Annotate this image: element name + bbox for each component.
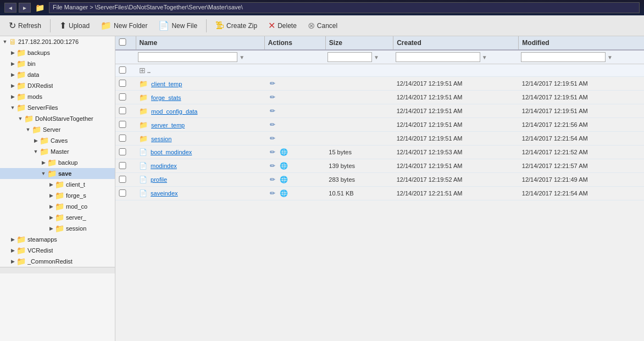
refresh-button[interactable]: ↻ Refresh — [4, 18, 46, 33]
edit-action-icon[interactable]: ✏ — [268, 188, 277, 198]
sidebar: ▼ 🖥 217.182.201.200:1276 ▶ 📁 backups ▶ 📁… — [0, 36, 115, 341]
row-checkbox[interactable] — [119, 176, 126, 183]
table-row[interactable]: 📁 client_temp ✏ 12/14/2017 12:19:51 AM 1… — [115, 77, 644, 91]
row-checkbox[interactable] — [119, 121, 126, 128]
name-filter-input[interactable] — [138, 52, 237, 62]
table-row[interactable]: 📄 boot_modindex ✏ 🌐 15 bytes 12/14/2017 … — [115, 146, 644, 159]
file-modified: 12/14/2017 12:19:51 AM — [519, 91, 644, 104]
file-created: 12/14/2017 12:19:51 AM — [393, 77, 519, 91]
toggle-dxredist: ▶ — [9, 82, 16, 90]
new-folder-icon: 📁 — [101, 20, 112, 31]
sidebar-item-bin[interactable]: ▶ 📁 bin — [0, 58, 115, 69]
title-bar: ◄ ► 📁 File Manager > \ServerFiles\DoNotS… — [0, 0, 644, 15]
file-icon: 📄 — [139, 189, 147, 197]
toggle-server-sub: ▶ — [47, 214, 55, 221]
sidebar-item-vcredist[interactable]: ▶ 📁 VCRedist — [0, 245, 115, 256]
nav-forward-button[interactable]: ► — [19, 3, 31, 13]
edit-action-icon[interactable]: ✏ — [268, 106, 277, 116]
row-checkbox[interactable] — [119, 135, 126, 142]
sidebar-item-caves[interactable]: ▶ 📁 Caves — [0, 135, 115, 146]
serverfiles-label: ServerFiles — [27, 104, 58, 111]
file-modified: 12/14/2017 12:21:52 AM — [519, 146, 644, 159]
mod-co-label: mod_co — [66, 203, 87, 210]
toolbar: ↻ Refresh ⬆ Upload 📁 New Folder 📄 New Fi… — [0, 15, 644, 36]
globe-action-icon[interactable]: 🌐 — [279, 175, 288, 185]
table-row[interactable]: 📄 modindex ✏ 🌐 139 bytes 12/14/2017 12:1… — [115, 159, 644, 173]
file-table-wrapper[interactable]: Name Actions Size Created Modified — [115, 36, 644, 341]
row-checkbox[interactable] — [119, 148, 126, 155]
edit-action-icon[interactable]: ✏ — [268, 79, 277, 88]
file-name-link[interactable]: profile — [151, 176, 167, 183]
table-row[interactable]: 📁 session ✏ 12/14/2017 12:19:51 AM 12/14… — [115, 132, 644, 146]
toggle-forge-s: ▶ — [47, 192, 55, 199]
file-name-link[interactable]: server_temp — [151, 122, 185, 128]
modified-filter-input[interactable] — [521, 52, 606, 62]
file-size — [325, 77, 393, 91]
sidebar-item-commonredist[interactable]: ▶ 📁 _CommonRedist — [0, 256, 115, 267]
sidebar-item-mods[interactable]: ▶ 📁 mods — [0, 91, 115, 102]
sidebar-item-backup[interactable]: ▶ 📁 backup — [0, 157, 115, 168]
sidebar-item-dxredist[interactable]: ▶ 📁 DXRedist — [0, 80, 115, 91]
sidebar-item-serverfiles[interactable]: ▼ 📁 ServerFiles — [0, 102, 115, 113]
sidebar-item-mod-co[interactable]: ▶ 📁 mod_co — [0, 201, 115, 212]
sidebar-item-master[interactable]: ▼ 📁 Master — [0, 146, 115, 157]
server-folder-icon: 📁 — [32, 125, 41, 134]
sidebar-item-session-sub[interactable]: ▶ 📁 session — [0, 223, 115, 234]
create-zip-button[interactable]: 🗜 Create Zip — [211, 19, 262, 33]
edit-action-icon[interactable]: ✏ — [268, 133, 277, 143]
globe-action-icon[interactable]: 🌐 — [279, 188, 288, 198]
backup-label: backup — [58, 159, 77, 166]
edit-action-icon[interactable]: ✏ — [268, 175, 277, 185]
size-filter-input[interactable] — [327, 52, 372, 62]
delete-button[interactable]: ✕ Delete — [264, 18, 301, 33]
sidebar-item-server[interactable]: ▼ 📁 Server — [0, 124, 115, 135]
file-name-link[interactable]: saveindex — [151, 190, 178, 197]
file-name-link[interactable]: forge_stats — [151, 94, 181, 101]
edit-action-icon[interactable]: ✏ — [268, 120, 277, 130]
file-name-link[interactable]: modindex — [151, 163, 177, 169]
nav-back-button[interactable]: ◄ — [4, 3, 16, 13]
file-created: 12/14/2017 12:19:53 AM — [393, 146, 519, 159]
sidebar-item-save[interactable]: ▼ 📁 save — [0, 168, 115, 179]
mods-label: mods — [27, 93, 42, 100]
globe-action-icon[interactable]: 🌐 — [279, 161, 288, 171]
sidebar-item-root[interactable]: ▼ 🖥 217.182.201.200:1276 — [0, 36, 115, 47]
file-name-link[interactable]: client_temp — [151, 81, 182, 87]
row-checkbox[interactable] — [119, 107, 126, 114]
root-folder-icon: 🖥 — [9, 37, 16, 46]
table-row[interactable]: 📄 profile ✏ 🌐 283 bytes 12/14/2017 12:19… — [115, 173, 644, 187]
row-checkbox[interactable] — [119, 189, 126, 197]
sidebar-item-client-t[interactable]: ▶ 📁 client_t — [0, 179, 115, 190]
row-checkbox[interactable] — [119, 80, 126, 87]
table-row[interactable]: 📁 mod_config_data ✏ 12/14/2017 12:19:51 … — [115, 104, 644, 118]
sidebar-item-forge-s[interactable]: ▶ 📁 forge_s — [0, 190, 115, 201]
select-all-checkbox[interactable] — [119, 38, 126, 46]
edit-action-icon[interactable]: ✏ — [268, 92, 277, 102]
edit-action-icon[interactable]: ✏ — [268, 161, 277, 171]
file-name-link[interactable]: mod_config_data — [151, 108, 197, 115]
file-size — [325, 91, 393, 104]
sidebar-item-dontstarve[interactable]: ▼ 📁 DoNotStarveTogether — [0, 113, 115, 124]
sidebar-item-server-sub[interactable]: ▶ 📁 server_ — [0, 212, 115, 223]
parent-folder-row[interactable]: ⊞ .. — [115, 64, 644, 77]
cancel-button[interactable]: ⊗ Cancel — [303, 18, 342, 33]
new-file-button[interactable]: 📄 New File — [154, 18, 202, 33]
row-checkbox[interactable] — [119, 162, 126, 169]
created-filter-input[interactable] — [396, 52, 480, 62]
file-name-link[interactable]: boot_modindex — [151, 149, 192, 155]
edit-action-icon[interactable]: ✏ — [268, 147, 277, 157]
upload-button[interactable]: ⬆ Upload — [55, 18, 94, 33]
file-name-link[interactable]: session — [151, 136, 171, 142]
sidebar-item-steamapps[interactable]: ▶ 📁 steamapps — [0, 234, 115, 245]
row-checkbox[interactable] — [119, 93, 126, 100]
nav-buttons[interactable]: ◄ ► — [4, 3, 31, 13]
new-folder-button[interactable]: 📁 New Folder — [96, 18, 152, 33]
globe-action-icon[interactable]: 🌐 — [279, 147, 288, 157]
sidebar-item-data[interactable]: ▶ 📁 data — [0, 69, 115, 80]
sidebar-item-backups[interactable]: ▶ 📁 backups — [0, 47, 115, 58]
parent-checkbox[interactable] — [119, 66, 126, 74]
table-row[interactable]: 📁 forge_stats ✏ 12/14/2017 12:19:51 AM 1… — [115, 91, 644, 104]
table-row[interactable]: 📄 saveindex ✏ 🌐 10.51 KB 12/14/2017 12:2… — [115, 187, 644, 200]
table-row[interactable]: 📁 server_temp ✏ 12/14/2017 12:19:51 AM 1… — [115, 118, 644, 132]
path-display: File Manager > \ServerFiles\DoNotStarveT… — [49, 2, 640, 13]
